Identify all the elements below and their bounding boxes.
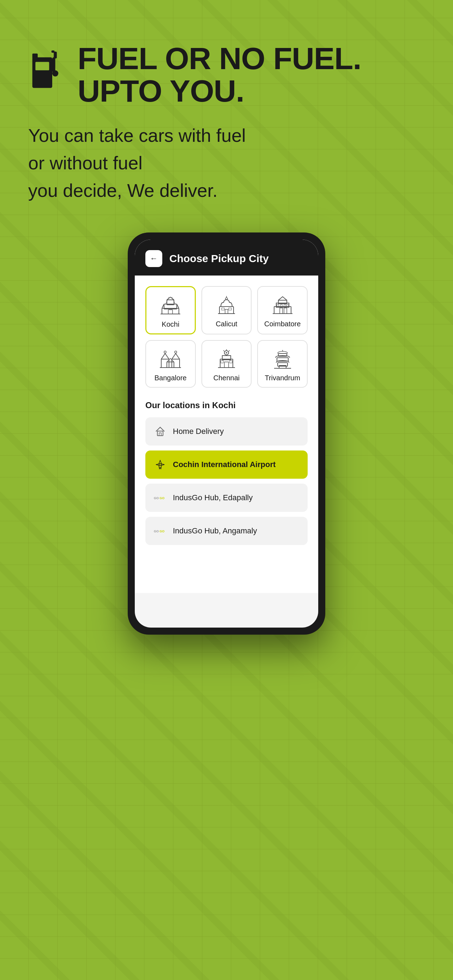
- hero-subtitle: You can take cars with fuel or without f…: [28, 122, 275, 204]
- svg-rect-22: [222, 308, 224, 310]
- svg-rect-6: [51, 51, 55, 53]
- city-label-trivandrum: Trivandrum: [265, 374, 300, 382]
- city-card-kochi[interactable]: Kochi: [145, 286, 196, 334]
- fuel-pump-icon: [28, 46, 67, 92]
- location-item-angamaly[interactable]: GO GO IndusGo Hub, Angamaly: [145, 517, 308, 545]
- svg-rect-1: [35, 62, 49, 70]
- location-item-home[interactable]: Home Delivery: [145, 417, 308, 445]
- svg-rect-29: [284, 308, 287, 313]
- svg-rect-48: [224, 362, 229, 368]
- svg-rect-49: [221, 361, 223, 363]
- calicut-icon: [215, 294, 238, 317]
- svg-line-46: [229, 350, 230, 352]
- svg-rect-39: [167, 362, 174, 368]
- svg-rect-58: [157, 431, 163, 436]
- svg-rect-3: [52, 57, 56, 73]
- svg-point-44: [226, 352, 227, 353]
- bangalore-icon: [159, 348, 182, 371]
- city-label-chennai: Chennai: [213, 374, 240, 382]
- svg-rect-21: [225, 309, 228, 313]
- phone-container: ← Choose Pickup City: [28, 232, 425, 635]
- svg-rect-59: [159, 433, 161, 436]
- app-header: ← Choose Pickup City: [135, 240, 318, 275]
- location-name-home: Home Delivery: [173, 427, 224, 436]
- svg-rect-36: [172, 359, 180, 368]
- svg-point-37: [164, 351, 166, 353]
- hero-section: FUEL OR NO FUEL. UPTO YOU. You can take …: [28, 42, 425, 204]
- svg-rect-5: [54, 51, 57, 59]
- city-grid: Kochi: [145, 286, 308, 388]
- chennai-icon: [215, 348, 238, 371]
- screen-title: Choose Pickup City: [169, 253, 269, 264]
- city-card-chennai[interactable]: Chennai: [202, 340, 252, 388]
- svg-text:GO: GO: [154, 496, 159, 500]
- city-label-bangalore: Bangalore: [154, 374, 187, 382]
- svg-rect-50: [230, 361, 232, 363]
- city-card-calicut[interactable]: Calicut: [202, 286, 252, 334]
- phone-mockup: ← Choose Pickup City: [128, 232, 325, 635]
- city-card-trivandrum[interactable]: Trivandrum: [257, 340, 308, 388]
- svg-rect-35: [161, 359, 169, 368]
- svg-rect-23: [229, 308, 231, 310]
- svg-rect-2: [32, 54, 38, 59]
- city-card-coimbatore[interactable]: Coimbatore: [257, 286, 308, 334]
- home-icon: [154, 425, 167, 438]
- trivandrum-icon: [271, 348, 294, 371]
- location-item-airport[interactable]: Cochin International Airport: [145, 450, 308, 479]
- back-button[interactable]: ←: [145, 250, 162, 267]
- svg-rect-28: [280, 308, 283, 313]
- city-label-kochi: Kochi: [162, 320, 179, 328]
- kochi-icon: [159, 294, 182, 317]
- coimbatore-icon: [271, 294, 294, 317]
- svg-rect-14: [168, 310, 173, 314]
- airport-icon: [154, 458, 167, 471]
- locations-title: Our locations in Kochi: [145, 400, 308, 410]
- svg-text:GO: GO: [154, 530, 159, 533]
- city-label-coimbatore: Coimbatore: [264, 320, 300, 328]
- location-name-edapally: IndusGo Hub, Edapally: [173, 493, 253, 502]
- svg-point-38: [175, 351, 177, 353]
- back-arrow-icon: ←: [150, 254, 158, 263]
- location-list: Home Delivery Cochin International Airpo…: [145, 417, 308, 545]
- location-name-angamaly: IndusGo Hub, Angamaly: [173, 527, 257, 536]
- hub-edapally-icon: GO GO: [154, 492, 167, 504]
- location-name-airport: Cochin International Airport: [173, 460, 275, 469]
- city-label-calicut: Calicut: [216, 320, 237, 328]
- svg-text:GO: GO: [159, 530, 164, 533]
- svg-point-4: [52, 70, 58, 76]
- svg-text:GO: GO: [159, 496, 164, 500]
- app-body: Kochi: [135, 275, 318, 593]
- city-card-bangalore[interactable]: Bangalore: [145, 340, 196, 388]
- svg-line-47: [223, 350, 224, 352]
- hub-angamaly-icon: GO GO: [154, 525, 167, 537]
- phone-screen: ← Choose Pickup City: [135, 240, 318, 628]
- svg-point-60: [159, 463, 161, 466]
- hero-title: FUEL OR NO FUEL. UPTO YOU.: [78, 42, 361, 108]
- location-item-edapally[interactable]: GO GO IndusGo Hub, Edapally: [145, 484, 308, 512]
